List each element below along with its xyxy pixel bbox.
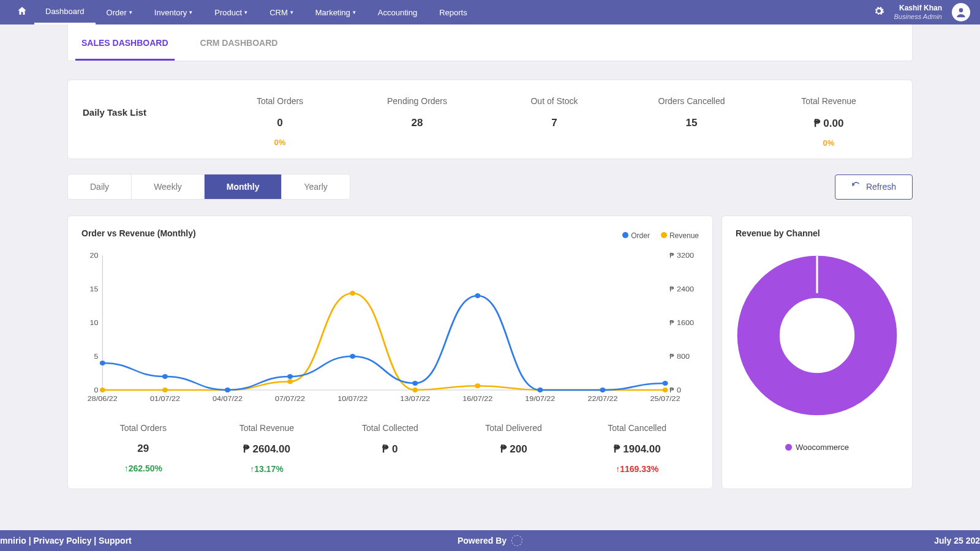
svg-point-38 [412,381,418,386]
period-daily[interactable]: Daily [68,174,132,199]
nav-order[interactable]: Order▾ [96,0,143,24]
svg-text:19/07/22: 19/07/22 [525,395,555,403]
donut-legend: Woocommerce [736,443,899,452]
svg-point-34 [162,374,168,379]
summary-total-orders: Total Orders29↑262.50% [81,423,205,474]
metric-pending-orders: Pending Orders28 [349,96,486,148]
user-role: Business Admin [894,13,942,21]
svg-text:10/07/22: 10/07/22 [337,395,368,403]
footer-left[interactable]: mnirio | Privacy Policy | Support [0,536,132,545]
donut-legend-label: Woocommerce [796,443,849,452]
footer-center: Powered By [458,535,522,546]
period-segmented: DailyWeeklyMonthlyYearly [67,174,350,200]
svg-point-41 [600,388,605,392]
svg-point-24 [162,388,168,392]
svg-point-39 [475,293,480,298]
avatar-icon[interactable] [952,3,970,21]
daily-task-title: Daily Task List [83,96,211,118]
tab-sales-dashboard[interactable]: SALES DASHBOARD [75,24,175,61]
svg-point-27 [350,291,355,296]
summary-total-collected: Total Collected₱ 0 [328,423,452,474]
svg-text:₱ 0: ₱ 0 [669,386,681,394]
summary-total-delivered: Total Delivered₱ 200 [452,423,576,474]
svg-text:16/07/22: 16/07/22 [462,395,492,403]
footer: mnirio | Privacy Policy | Support Powere… [0,530,980,551]
footer-right: July 25 202 [934,536,980,545]
svg-point-43 [758,277,876,394]
period-weekly[interactable]: Weekly [132,174,205,199]
svg-text:13/07/22: 13/07/22 [400,395,430,403]
footer-center-label: Powered By [458,536,507,545]
line-chart: 05101520₱ 0₱ 800₱ 1600₱ 2400₱ 320028/06/… [81,249,699,408]
svg-text:₱ 800: ₱ 800 [669,353,690,361]
chevron-down-icon: ▾ [290,9,293,15]
metric-total-orders: Total Orders00% [211,96,349,148]
order-revenue-chart-card: Order vs Revenue (Monthly) Order Revenue… [67,216,713,489]
refresh-label: Refresh [866,182,896,192]
chevron-down-icon: ▾ [189,9,192,15]
metric-orders-cancelled: Orders Cancelled15 [623,96,760,148]
svg-text:15: 15 [89,285,98,293]
refresh-icon [851,181,861,193]
svg-point-28 [412,388,418,392]
donut-chart [736,253,899,418]
revenue-channel-card: Revenue by Channel Woocommerce [722,216,913,489]
chevron-down-icon: ▾ [129,9,132,15]
legend-order: Order [631,231,650,240]
refresh-button[interactable]: Refresh [835,174,913,200]
svg-point-0 [959,8,963,12]
period-monthly[interactable]: Monthly [205,174,282,199]
svg-point-40 [537,388,543,392]
nav-inventory[interactable]: Inventory▾ [143,0,203,24]
svg-point-36 [287,374,293,379]
user-name: Kashif Khan [894,4,942,12]
svg-text:0: 0 [94,386,98,394]
svg-text:5: 5 [94,353,98,361]
top-nav: DashboardOrder▾Inventory▾Product▾CRM▾Mar… [0,0,980,24]
daily-task-card: Daily Task List Total Orders00%Pending O… [67,80,913,159]
svg-text:10: 10 [89,319,98,327]
metric-total-revenue: Total Revenue₱ 0.000% [760,96,897,148]
svg-text:28/06/22: 28/06/22 [88,395,118,403]
dashboard-tabs: SALES DASHBOARDCRM DASHBOARD [67,24,913,61]
tab-crm-dashboard[interactable]: CRM DASHBOARD [194,24,284,61]
summary-total-revenue: Total Revenue₱ 2604.00↑13.17% [205,423,329,474]
svg-point-29 [475,383,480,388]
gear-icon[interactable] [873,6,884,19]
chart-title: Order vs Revenue (Monthly) [81,228,196,238]
svg-text:07/07/22: 07/07/22 [275,395,305,403]
home-icon[interactable] [10,6,34,20]
svg-text:22/07/22: 22/07/22 [587,395,617,403]
footer-logo-icon [511,535,522,546]
nav-menu: DashboardOrder▾Inventory▾Product▾CRM▾Mar… [34,0,478,24]
svg-text:01/07/22: 01/07/22 [150,395,180,403]
nav-marketing[interactable]: Marketing▾ [304,0,367,24]
svg-point-23 [100,388,105,392]
summary-total-cancelled: Total Cancelled₱ 1904.00↑1169.33% [575,423,699,474]
svg-point-35 [225,388,230,392]
svg-point-32 [662,388,668,392]
nav-accounting[interactable]: Accounting [367,0,428,24]
svg-text:₱ 1600: ₱ 1600 [669,319,694,327]
svg-text:25/07/22: 25/07/22 [650,395,680,403]
svg-text:20: 20 [89,252,98,260]
svg-point-26 [287,379,293,384]
svg-text:₱ 2400: ₱ 2400 [669,285,694,293]
metric-out-of-stock: Out of Stock7 [486,96,623,148]
chart-legend: Order Revenue [622,231,699,240]
nav-crm[interactable]: CRM▾ [258,0,304,24]
nav-dashboard[interactable]: Dashboard [34,0,96,24]
user-block[interactable]: Kashif Khan Business Admin [894,4,942,21]
svg-point-37 [350,354,355,359]
svg-text:04/07/22: 04/07/22 [213,395,243,403]
svg-text:₱ 3200: ₱ 3200 [669,252,694,260]
legend-revenue: Revenue [669,231,699,240]
period-yearly[interactable]: Yearly [282,174,349,199]
nav-reports[interactable]: Reports [428,0,478,24]
nav-product[interactable]: Product▾ [203,0,258,24]
svg-point-42 [662,381,668,386]
chevron-down-icon: ▾ [353,9,356,15]
svg-point-33 [100,361,105,365]
chevron-down-icon: ▾ [244,9,247,15]
donut-title: Revenue by Channel [736,228,899,238]
